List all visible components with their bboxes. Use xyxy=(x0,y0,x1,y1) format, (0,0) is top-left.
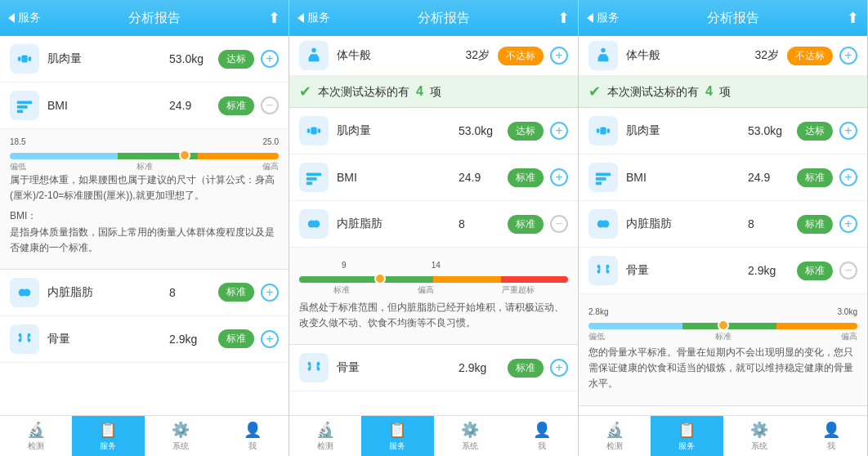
body-expand-btn-3[interactable]: + xyxy=(839,47,857,65)
bmi-text1: 属于理想体重，如果腰围也属于建议的尺寸（计算公式：身高(厘米)/2-10=标准腰… xyxy=(10,172,279,203)
share-button-1[interactable]: ⬆ xyxy=(268,9,280,27)
nav-system-2[interactable]: ⚙️ 系统 xyxy=(434,416,506,456)
nav-detect-1[interactable]: 🔬 检测 xyxy=(0,416,72,456)
nav-system-1[interactable]: ⚙️ 系统 xyxy=(145,416,217,456)
panel-3: 服务 分析报告 ⬆ 体牛般 32岁 不达标 + ✔ 本次测试达标的有 4 项 xyxy=(579,0,868,456)
bmi-name-2: BMI xyxy=(337,171,459,184)
bmi-value-1: 24.9 xyxy=(169,99,210,112)
svg-rect-5 xyxy=(17,110,23,114)
visceral-text: 虽然处于标准范围，但内脏脂肪已经开始堆积，请积极运动、改变久做不动、饮食不均衡等… xyxy=(299,300,568,331)
bone-expand-btn-2[interactable]: + xyxy=(550,359,568,377)
nav-me-1[interactable]: 👤 我 xyxy=(217,416,289,456)
metric-row-muscle-3: 肌肉量 53.0kg 达标 + xyxy=(579,108,867,154)
top-row-3: 体牛般 32岁 不达标 + xyxy=(579,36,867,76)
bone-icon-3 xyxy=(588,256,618,285)
content-3: 体牛般 32岁 不达标 + ✔ 本次测试达标的有 4 项 肌肉量 53.0kg … xyxy=(579,36,867,415)
back-button-1[interactable]: 服务 xyxy=(8,11,41,25)
panel-1: 服务 分析报告 ⬆ 肌肉量 53.0kg 达标 + BMI 24.9 标准 − xyxy=(0,0,289,456)
body-icon-2 xyxy=(299,41,329,70)
service-icon-1: 📋 xyxy=(99,421,117,439)
bone-badge-2: 标准 xyxy=(508,359,544,378)
bone-name-1: 骨量 xyxy=(47,332,169,346)
muscle-name-1: 肌肉量 xyxy=(47,51,169,66)
nav-detect-2[interactable]: 🔬 检测 xyxy=(289,416,361,456)
back-button-3[interactable]: 服务 xyxy=(587,11,620,25)
metric-row-bone-3: 骨量 2.9kg 标准 − xyxy=(579,248,867,294)
svg-rect-23 xyxy=(596,182,602,186)
bmi-pointer xyxy=(179,150,190,161)
bone-expand-btn-1[interactable]: + xyxy=(261,330,279,348)
muscle-icon-3 xyxy=(588,116,618,145)
nav-me-2[interactable]: 👤 我 xyxy=(506,416,578,456)
bone-expand-btn-3[interactable]: − xyxy=(839,262,857,279)
bone-scale-labels: 偏低 标准 偏高 xyxy=(588,331,857,342)
body-expand-btn-2[interactable]: + xyxy=(550,47,568,65)
bmi-text2: BMI：是指身体质量指数，国际上常用的衡量人体群体瘦程度以及是否健康的一个标准。 xyxy=(10,208,279,256)
pass-check-icon-3: ✔ xyxy=(588,83,601,101)
muscle-name-2: 肌肉量 xyxy=(337,123,459,138)
visceral-pointer xyxy=(374,273,386,284)
svg-rect-12 xyxy=(306,173,321,177)
nav-service-1[interactable]: 📋 服务 xyxy=(72,416,144,456)
visceral-scale-bar xyxy=(299,276,568,283)
body-name-2: 体牛般 xyxy=(337,48,465,63)
nav-me-3[interactable]: 👤 我 xyxy=(795,416,867,456)
detect-icon-2: 🔬 xyxy=(316,421,334,439)
me-label-2: 我 xyxy=(538,440,546,452)
bmi-scale-values: 18.5 25.0 xyxy=(10,137,279,146)
nav-detect-3[interactable]: 🔬 检测 xyxy=(579,416,651,456)
visceral-expand-btn-3[interactable]: + xyxy=(839,215,857,233)
bmi-expand-btn-3[interactable]: + xyxy=(839,168,857,186)
svg-point-8 xyxy=(311,48,316,53)
nav-system-3[interactable]: ⚙️ 系统 xyxy=(723,416,795,456)
bmi-expand-btn-2[interactable]: + xyxy=(550,168,568,186)
muscle-expand-btn-3[interactable]: + xyxy=(839,122,857,140)
visceral-expand-btn-2[interactable]: − xyxy=(550,215,568,233)
bone-scale-values: 2.8kg 3.0kg xyxy=(588,307,857,316)
service-icon-3: 📋 xyxy=(678,421,696,439)
bone-text: 您的骨量水平标准。骨量在短期内不会出现明显的变化，您只需保证健康的饮食和适当的锻… xyxy=(588,345,857,392)
bmi-value-2: 24.9 xyxy=(459,171,499,184)
pass-banner-3: ✔ 本次测试达标的有 4 项 xyxy=(579,76,867,108)
visceral-icon-3 xyxy=(588,209,618,239)
metric-row-bmi-2: BMI 24.9 标准 + xyxy=(289,154,578,201)
visceral-value-3: 8 xyxy=(748,217,789,230)
bmi-icon-2 xyxy=(299,163,329,192)
visceral-scale-labels: 标准 偏高 严重超标 xyxy=(299,284,568,296)
nav-service-3[interactable]: 📋 服务 xyxy=(651,416,723,456)
share-button-3[interactable]: ⬆ xyxy=(847,9,859,27)
me-icon-3: 👤 xyxy=(822,421,840,439)
system-label-2: 系统 xyxy=(462,440,478,452)
chevron-left-icon xyxy=(8,13,15,23)
svg-rect-18 xyxy=(597,128,600,133)
muscle-expand-btn-1[interactable]: + xyxy=(261,50,279,68)
back-button-2[interactable]: 服务 xyxy=(298,11,330,25)
svg-rect-21 xyxy=(596,173,611,177)
service-icon-2: 📋 xyxy=(388,421,406,439)
service-label-1: 服务 xyxy=(100,440,116,452)
bmi-scale-bar xyxy=(10,153,279,159)
bmi-expand-btn-1[interactable]: − xyxy=(261,96,279,114)
svg-rect-14 xyxy=(306,182,312,186)
muscle-name-3: 肌肉量 xyxy=(626,123,748,138)
service-label-3: 服务 xyxy=(678,440,695,452)
svg-rect-3 xyxy=(17,101,32,105)
svg-point-17 xyxy=(601,48,606,53)
pass-banner-2: ✔ 本次测试达标的有 4 项 xyxy=(289,76,578,108)
svg-rect-19 xyxy=(600,127,606,134)
muscle-expand-btn-2[interactable]: + xyxy=(550,122,568,140)
svg-point-25 xyxy=(602,220,609,227)
visceral-badge-1: 标准 xyxy=(218,283,254,302)
bmi-val-low: 18.5 xyxy=(10,137,25,146)
bottom-nav-1: 🔬 检测 📋 服务 ⚙️ 系统 👤 我 xyxy=(0,415,289,456)
me-label-3: 我 xyxy=(827,440,835,452)
visceral-name-2: 内脏脂肪 xyxy=(337,217,459,231)
panel-2: 服务 分析报告 ⬆ 体牛般 32岁 不达标 + ✔ 本次测试达标的有 4 项 xyxy=(289,0,579,456)
pass-check-icon-2: ✔ xyxy=(299,83,311,101)
metric-row-visceral-2: 内脏脂肪 8 标准 − xyxy=(289,201,578,248)
metric-row-visceral-1: 内脏脂肪 8 标准 + xyxy=(0,270,289,316)
nav-service-2[interactable]: 📋 服务 xyxy=(361,416,433,456)
visceral-expand-btn-1[interactable]: + xyxy=(261,284,279,302)
share-button-2[interactable]: ⬆ xyxy=(557,9,570,27)
back-label-2: 服务 xyxy=(307,11,330,25)
